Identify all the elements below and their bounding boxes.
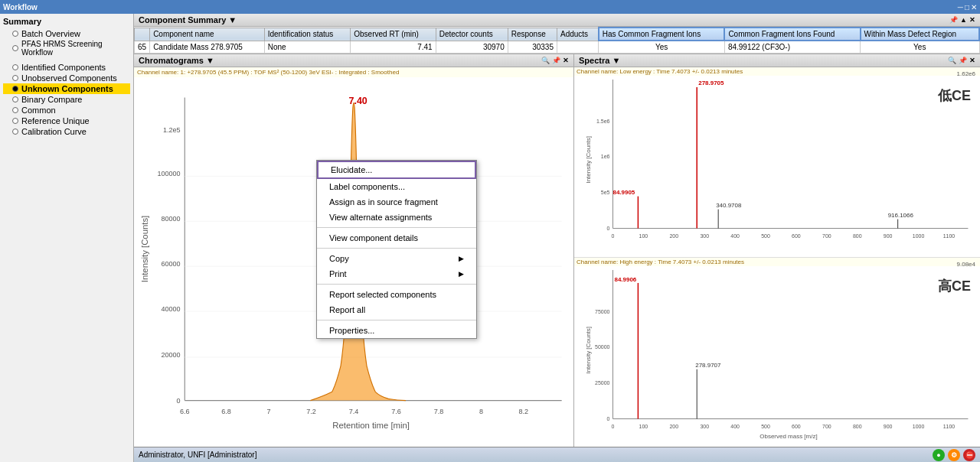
svg-text:200: 200 (669, 423, 678, 428)
sidebar-item-pfas[interactable]: PFAS HRMS Screening Workflow (3, 39, 130, 57)
sidebar-item-reference-unique[interactable]: Reference Unique (3, 116, 130, 126)
cs-btn1[interactable]: 📌 (949, 16, 958, 24)
th-has-common[interactable]: Has Common Fragment Ions (599, 28, 725, 41)
context-menu-assign[interactable]: Assign as in source fragment (317, 194, 476, 210)
component-table: Component name Identification status Obs… (134, 27, 980, 54)
context-menu-label-components[interactable]: Label components... (317, 179, 476, 194)
sidebar-item-binary[interactable]: Binary Compare (3, 94, 130, 105)
high-ce-svg: Intensity [Counts] 0 25000 50000 75000 0… (574, 266, 980, 442)
svg-text:6.6: 6.6 (180, 408, 190, 415)
sidebar-item-batch-overview[interactable]: Batch Overview (3, 28, 130, 39)
component-summary-header: Component Summary ▼ 📌 ▲ ✕ (134, 14, 980, 27)
sidebar: Summary Batch Overview PFAS HRMS Screeni… (0, 14, 134, 462)
svg-text:400: 400 (730, 233, 740, 239)
svg-text:100000: 100000 (157, 170, 180, 177)
context-menu-elucidate[interactable]: Elucidate... (317, 161, 476, 179)
sidebar-label-common: Common (21, 106, 56, 115)
radio-calibration (12, 129, 18, 135)
chrom-pin-btn[interactable]: 📌 (552, 57, 560, 64)
spectra-btn1[interactable]: 🔍 (948, 57, 956, 64)
svg-text:400: 400 (730, 423, 740, 428)
chrom-close-btn[interactable]: ✕ (563, 57, 569, 64)
svg-text:200: 200 (669, 233, 678, 239)
sidebar-summary-title: Summary (3, 17, 130, 26)
main-area: Summary Batch Overview PFAS HRMS Screeni… (0, 14, 980, 462)
sidebar-item-unknown[interactable]: Unknown Components (3, 83, 130, 94)
context-menu-print[interactable]: Print ▶ (317, 266, 476, 281)
status-icon-orange: ⚙ (948, 449, 960, 461)
context-menu-copy[interactable]: Copy ▶ (317, 251, 476, 266)
sidebar-label-identified: Identified Components (21, 63, 106, 72)
sidebar-label-calibration: Calibration Curve (21, 127, 87, 136)
svg-text:7.4: 7.4 (349, 408, 359, 415)
cs-btn3[interactable]: ✕ (969, 16, 975, 24)
spectra-header: Spectra ▼ 🔍 📌 ✕ (574, 54, 980, 67)
sidebar-label-binary: Binary Compare (21, 95, 82, 104)
context-menu-report-selected[interactable]: Report selected components (317, 287, 476, 302)
minimize-btn[interactable]: ─ (958, 3, 963, 11)
td-common-found: 84.99122 (CF3O-) (724, 41, 860, 54)
svg-text:800: 800 (853, 233, 862, 239)
svg-text:100: 100 (639, 423, 648, 428)
spectra-btn3[interactable]: ✕ (969, 57, 975, 64)
status-user-label: Administrator, UNFI [Administrator] (139, 451, 256, 459)
svg-text:8: 8 (479, 408, 483, 415)
th-detector-counts[interactable]: Detector counts (436, 28, 508, 41)
context-menu-label-components-label: Label components... (329, 182, 405, 191)
svg-text:Intensity [Counts]: Intensity [Counts] (585, 326, 592, 373)
context-menu-properties-label: Properties... (329, 326, 374, 335)
chromatogram-chart-area[interactable]: Elucidate... Label components... Assign … (134, 77, 573, 447)
context-menu-report-all[interactable]: Report all (317, 302, 476, 317)
th-observed-rt[interactable]: Observed RT (min) (351, 28, 436, 41)
spectra-title: Spectra ▼ (579, 56, 620, 65)
svg-text:7.40: 7.40 (349, 96, 368, 106)
print-submenu-arrow: ▶ (459, 270, 464, 278)
radio-binary (12, 96, 18, 102)
svg-text:600: 600 (792, 423, 801, 428)
svg-text:300: 300 (700, 423, 709, 428)
chrom-zoom-btn[interactable]: 🔍 (541, 57, 550, 64)
context-menu-elucidate-label: Elucidate... (331, 165, 372, 174)
radio-common (12, 107, 18, 113)
low-ce-channel-label: Channel name: Low energy : Time 7.4073 +… (574, 67, 980, 76)
td-adducts (557, 41, 598, 54)
th-common-found[interactable]: Common Fragment Ions Found (724, 28, 860, 41)
radio-unobserved (12, 75, 18, 81)
context-separator-4 (317, 320, 476, 320)
context-menu: Elucidate... Label components... Assign … (316, 160, 477, 339)
high-ce-max-intensity: 9.08e4 (957, 261, 975, 268)
svg-text:278.9705: 278.9705 (698, 80, 724, 86)
th-component-name[interactable]: Component name (150, 28, 265, 41)
th-response[interactable]: Response (508, 28, 557, 41)
svg-text:1.5e6: 1.5e6 (596, 119, 610, 124)
svg-text:40000: 40000 (161, 305, 180, 313)
low-ce-label: 低CE (938, 86, 971, 105)
sidebar-item-calibration[interactable]: Calibration Curve (3, 126, 130, 137)
context-menu-view-details[interactable]: View component details (317, 230, 476, 246)
th-within-mass[interactable]: Within Mass Defect Region (861, 28, 979, 41)
radio-identified (12, 64, 18, 70)
sidebar-item-identified[interactable]: Identified Components (3, 62, 130, 73)
context-menu-view-alternate[interactable]: View alternate assignments (317, 210, 476, 225)
spectra-btn2[interactable]: 📌 (959, 57, 967, 64)
right-content: Component Summary ▼ 📌 ▲ ✕ Component name (134, 14, 980, 462)
svg-text:278.9707: 278.9707 (695, 361, 721, 368)
td-response: 30335 (508, 41, 557, 54)
td-within-mass: Yes (861, 41, 979, 54)
maximize-btn[interactable]: □ (965, 3, 969, 11)
close-btn[interactable]: ✕ (971, 3, 977, 11)
svg-text:700: 700 (822, 233, 831, 239)
svg-text:1100: 1100 (943, 423, 956, 428)
sidebar-item-unobserved[interactable]: Unobserved Components (3, 73, 130, 83)
svg-text:1000: 1000 (913, 423, 925, 428)
th-id-status[interactable]: Identification status (264, 28, 351, 41)
context-menu-print-label: Print (329, 269, 347, 278)
td-has-common: Yes (599, 41, 725, 54)
th-adducts[interactable]: Adducts (557, 28, 598, 41)
context-menu-properties[interactable]: Properties... (317, 323, 476, 338)
status-icon-green: ● (933, 449, 945, 461)
cs-btn2[interactable]: ▲ (960, 16, 967, 24)
sidebar-item-common[interactable]: Common (3, 105, 130, 116)
table-row[interactable]: 65 Candidate Mass 278.9705 None 7.41 309… (135, 41, 980, 54)
svg-text:7: 7 (267, 408, 271, 415)
